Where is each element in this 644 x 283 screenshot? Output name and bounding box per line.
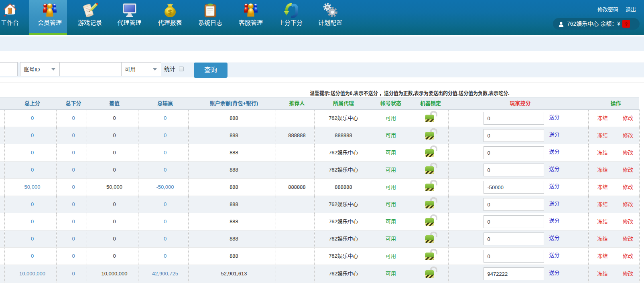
svg-text:$: $ [168, 8, 172, 16]
